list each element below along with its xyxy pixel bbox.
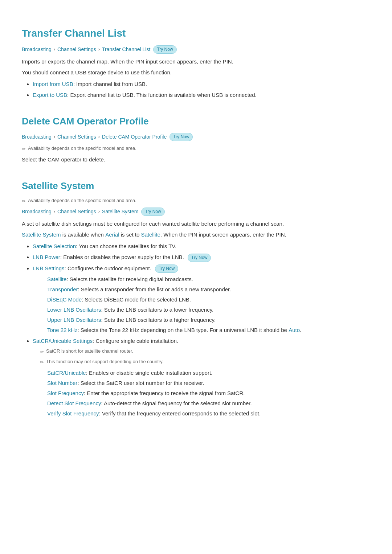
list-item-export: Export to USB: Export channel list to US… [33,91,370,99]
note-text-delete-cam: Availability depends on the specific mod… [28,145,136,152]
satellite-sub-label: Satellite [47,276,66,282]
lnb-power-text: : Enables or disables the power supply f… [60,254,184,260]
sub-item-satellite: Satellite: Selects the satellite for rec… [47,275,370,284]
try-now-badge-delete-cam[interactable]: Try Now [170,133,193,141]
satcr-notes: ✏ SatCR is short for satellite channel r… [40,348,370,366]
import-usb-label: Import from USB [33,81,73,87]
sub-item-transponder: Transponder: Selects a transponder from … [47,285,370,294]
delete-cam-para: Select the CAM operator to delete. [22,155,370,164]
breadcrumb-separator: › [54,46,55,53]
lnb-sub-items: Satellite: Selects the satellite for rec… [40,275,370,335]
note-delete-cam: ✏ Availability depends on the specific m… [22,145,370,153]
breadcrumb-sep-s2: › [98,208,100,216]
breadcrumb-satellite: Broadcasting › Channel Settings › Satell… [22,208,370,216]
note-satellite-before: ✏ Availability depends on the specific m… [22,197,370,205]
try-now-badge-satellite[interactable]: Try Now [141,208,164,216]
breadcrumb-delete-cam: Broadcasting › Channel Settings › Delete… [22,133,370,141]
list-item-satcr: SatCR/Unicable Settings: Configure singl… [33,337,370,418]
satellite-intro: Satellite System is available when Aeria… [22,230,370,239]
pencil-icon-satcr-1: ✏ [40,348,44,356]
try-now-badge-lnb-power[interactable]: Try Now [188,254,211,262]
section-satellite-system: Satellite System ✏ Availability depends … [22,178,370,418]
sub-item-slot-number: Slot Number: Select the SatCR user slot … [47,379,370,387]
tone22-text: : Selects the Tone 22 kHz depending on t… [77,327,289,333]
breadcrumb-link-satellite-system[interactable]: Satellite System [102,208,138,216]
breadcrumb-link-channel-settings[interactable]: Channel Settings [57,45,96,53]
satcr-unicable-label: SatCR/Unicable [47,370,86,376]
satellite-selection-text: : You can choose the satellites for this… [76,243,176,249]
detect-slot-text: : Auto-detect the signal frequency for t… [101,400,252,406]
upper-lnb-text: : Sets the LNB oscillators to a higher f… [101,317,216,323]
sub-item-detect-slot: Detect Slot Frequency: Auto-detect the s… [47,399,370,408]
transfer-para-1: Imports or exports the channel map. When… [22,57,370,66]
section-title-transfer: Transfer Channel List [22,25,370,42]
slot-number-text: : Select the SatCR user slot number for … [77,380,204,386]
slot-frequency-text: : Enter the appropriate frequency to rec… [84,390,245,396]
breadcrumb-link-broadcasting-2[interactable]: Broadcasting [22,133,52,141]
page-content: Transfer Channel List Broadcasting › Cha… [22,25,370,418]
aerial-highlight: Aerial [105,231,119,238]
try-now-badge-transfer[interactable]: Try Now [153,45,176,54]
lnb-settings-text: : Configures the outdoor equipment. [65,265,151,271]
satcr-note-text-1: SatCR is short for satellite channel rou… [46,348,133,355]
sub-item-diseqc: DiSEqC Mode: Selects DiSEqC mode for the… [47,295,370,304]
verify-slot-text: : Verify that the frequency entered corr… [99,410,261,416]
import-usb-text: : Import channel list from USB. [73,81,147,87]
pencil-icon-2: ✏ [22,198,26,205]
list-item-import: Import from USB: Import channel list fro… [33,80,370,89]
breadcrumb-sep-2: › [98,133,100,141]
detect-slot-label: Detect Slot Frequency [47,400,101,406]
breadcrumb-link-channel-settings-2[interactable]: Channel Settings [57,133,96,141]
breadcrumb-link-broadcasting[interactable]: Broadcasting [22,45,52,53]
satellite-list: Satellite Selection: You can choose the … [33,242,370,418]
lower-lnb-text: : Sets the LNB oscillators to a lower fr… [101,307,213,313]
satellite-text-2: is set to [119,231,141,238]
satcr-sub-items: SatCR/Unicable: Enables or disable singl… [40,369,370,418]
satellite-system-highlight: Satellite System [22,231,61,238]
slot-number-label: Slot Number [47,380,77,386]
note-satcr-1: ✏ SatCR is short for satellite channel r… [40,348,370,356]
list-item-lnb-power: LNB Power: Enables or disables the power… [33,253,370,262]
sub-item-satcr-unicable: SatCR/Unicable: Enables or disable singl… [47,369,370,377]
lnb-power-label: LNB Power [33,254,60,260]
section-transfer-channel-list: Transfer Channel List Broadcasting › Cha… [22,25,370,99]
satcr-settings-text: : Configure single cable installation. [93,338,178,344]
try-now-badge-lnb-settings[interactable]: Try Now [155,264,178,273]
transfer-para-2: You should connect a USB storage device … [22,68,370,77]
export-usb-text: : Export channel list to USB. This funct… [67,92,257,98]
satellite-text-3: . When the PIN input screen appears, ent… [160,231,286,238]
transfer-list: Import from USB: Import channel list fro… [33,80,370,99]
lower-lnb-label: Lower LNB Oscillators [47,307,101,313]
section-delete-cam: Delete CAM Operator Profile Broadcasting… [22,114,370,164]
satcr-note-text-2: This function may not support depending … [46,358,164,366]
sub-item-tone22: Tone 22 kHz: Selects the Tone 22 kHz dep… [47,326,370,335]
tone22-auto-highlight: Auto [289,327,300,333]
tone22-label: Tone 22 kHz [47,327,77,333]
breadcrumb-sep-s1: › [54,208,55,216]
satellite-val-highlight: Satellite [141,231,160,238]
breadcrumb-link-broadcasting-3[interactable]: Broadcasting [22,208,52,216]
lnb-settings-label: LNB Settings [33,265,65,271]
verify-slot-label: Verify Slot Frequency [47,410,99,416]
transponder-label: Transponder [47,286,78,292]
export-usb-label: Export to USB [33,92,67,98]
breadcrumb-transfer: Broadcasting › Channel Settings › Transf… [22,45,370,54]
sub-item-verify-slot: Verify Slot Frequency: Verify that the f… [47,409,370,418]
diseqc-text: : Selects DiSEqC mode for the selected L… [82,296,191,303]
note-text-satellite: Availability depends on the specific mod… [28,197,136,205]
sub-item-lower-lnb: Lower LNB Oscillators: Sets the LNB osci… [47,305,370,314]
list-item-lnb-settings: LNB Settings: Configures the outdoor equ… [33,264,370,335]
section-title-satellite: Satellite System [22,178,370,194]
satcr-unicable-text: : Enables or disable single cable instal… [86,370,213,376]
breadcrumb-link-delete-cam[interactable]: Delete CAM Operator Profile [102,133,167,141]
breadcrumb-link-transfer-channel-list[interactable]: Transfer Channel List [102,45,150,53]
note-satcr-2: ✏ This function may not support dependin… [40,358,370,366]
pencil-icon-satcr-2: ✏ [40,359,44,366]
breadcrumb-link-channel-settings-3[interactable]: Channel Settings [57,208,96,216]
section-title-delete-cam: Delete CAM Operator Profile [22,114,370,129]
breadcrumb-sep-1: › [54,133,55,141]
pencil-icon-1: ✏ [22,145,26,153]
satcr-settings-label: SatCR/Unicable Settings [33,338,93,344]
satellite-para-1: A set of satellite dish settings must be… [22,219,370,228]
satellite-selection-label: Satellite Selection [33,243,76,249]
